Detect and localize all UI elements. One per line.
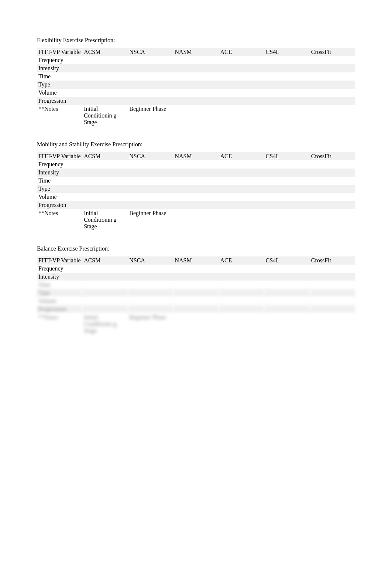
table-cell — [173, 281, 219, 289]
table-cell — [128, 201, 173, 209]
table-cell — [264, 201, 310, 209]
table-cell — [264, 265, 310, 273]
table-cell: Beginner Phase — [128, 209, 173, 231]
table-cell — [82, 160, 128, 169]
table-cell — [173, 72, 219, 81]
row-label: Progression — [37, 201, 82, 209]
table-row: Frequency — [37, 56, 355, 64]
table-cell — [219, 273, 264, 281]
table-cell — [264, 273, 310, 281]
table-cell — [219, 97, 264, 105]
table-cell — [173, 89, 219, 97]
table-cell — [310, 305, 355, 313]
table-header-cell: NASM — [173, 152, 219, 160]
table-cell — [128, 89, 173, 97]
row-label: **Notes — [37, 209, 82, 231]
table-cell — [310, 297, 355, 305]
table-cell — [173, 313, 219, 335]
table-cell — [264, 185, 310, 193]
table-cell — [128, 281, 173, 289]
table-cell — [128, 273, 173, 281]
row-label: Volume — [37, 193, 82, 201]
table-cell — [128, 169, 173, 177]
table-cell — [173, 64, 219, 72]
table-row: Intensity — [37, 64, 355, 72]
table-cell — [264, 169, 310, 177]
table-cell — [82, 273, 128, 281]
row-label: Time — [37, 281, 82, 289]
table-cell — [82, 177, 128, 185]
table-cell — [264, 193, 310, 201]
table-cell — [219, 313, 264, 335]
table-row: **NotesInitial Conditionin g StageBeginn… — [37, 209, 355, 231]
row-label: Intensity — [37, 273, 82, 281]
table-header-cell: CS4L — [264, 256, 310, 265]
table-header-cell: NSCA — [128, 152, 173, 160]
table-header-cell: ACSM — [82, 152, 128, 160]
table-cell — [264, 177, 310, 185]
table-header-cell: NASM — [173, 48, 219, 56]
table-cell — [82, 97, 128, 105]
table-row: Progression — [37, 97, 355, 105]
table-cell — [128, 160, 173, 169]
table-row: Time — [37, 72, 355, 81]
row-label: Intensity — [37, 64, 82, 72]
row-label: Volume — [37, 89, 82, 97]
table-cell — [264, 209, 310, 231]
table-cell — [173, 297, 219, 305]
table-cell — [82, 56, 128, 64]
table-row: Time — [37, 281, 355, 289]
prescription-table: FITT-VP VariableACSMNSCANASMACECS4LCross… — [37, 152, 355, 231]
table-row: Frequency — [37, 160, 355, 169]
table-cell — [82, 289, 128, 297]
table-cell — [173, 289, 219, 297]
table-cell — [310, 209, 355, 231]
table-header-cell: ACSM — [82, 48, 128, 56]
table-cell — [173, 185, 219, 193]
table-header-cell: CS4L — [264, 48, 310, 56]
table-cell — [128, 185, 173, 193]
table-header-cell: NSCA — [128, 48, 173, 56]
table-row: Type — [37, 185, 355, 193]
table-header-cell: FITT-VP Variable — [37, 152, 82, 160]
table-row: Type — [37, 81, 355, 89]
table-cell — [264, 305, 310, 313]
table-cell — [128, 177, 173, 185]
table-cell — [219, 209, 264, 231]
table-header-cell: NSCA — [128, 256, 173, 265]
table-cell — [173, 105, 219, 126]
section-2: Balance Exercise Prescription:FITT-VP Va… — [37, 245, 355, 335]
row-label: Progression — [37, 305, 82, 313]
table-header-cell: CrossFit — [310, 48, 355, 56]
table-cell — [219, 201, 264, 209]
row-label: **Notes — [37, 313, 82, 335]
table-row: Intensity — [37, 169, 355, 177]
table-cell — [128, 297, 173, 305]
prescription-table: FITT-VP VariableACSMNSCANASMACECS4LCross… — [37, 48, 355, 126]
table-row: Time — [37, 177, 355, 185]
table-row: Volume — [37, 193, 355, 201]
table-cell — [82, 305, 128, 313]
table-cell — [310, 81, 355, 89]
table-cell — [128, 56, 173, 64]
table-cell — [173, 177, 219, 185]
row-label: Type — [37, 185, 82, 193]
table-row: Progression — [37, 201, 355, 209]
table-cell — [264, 105, 310, 126]
table-cell: Initial Conditionin g Stage — [82, 313, 128, 335]
row-label: Type — [37, 81, 82, 89]
table-cell — [82, 185, 128, 193]
row-label: Time — [37, 177, 82, 185]
table-header-cell: FITT-VP Variable — [37, 256, 82, 265]
row-label: Time — [37, 72, 82, 81]
table-header-cell: NASM — [173, 256, 219, 265]
table-header-row: FITT-VP VariableACSMNSCANASMACECS4LCross… — [37, 152, 355, 160]
table-cell — [264, 281, 310, 289]
table-cell — [82, 281, 128, 289]
table-cell: Initial Conditionin g Stage — [82, 105, 128, 126]
table-cell — [219, 193, 264, 201]
table-cell — [219, 289, 264, 297]
table-cell — [219, 185, 264, 193]
section-0: Flexibility Exercise Prescription:FITT-V… — [37, 37, 355, 126]
table-cell — [173, 97, 219, 105]
